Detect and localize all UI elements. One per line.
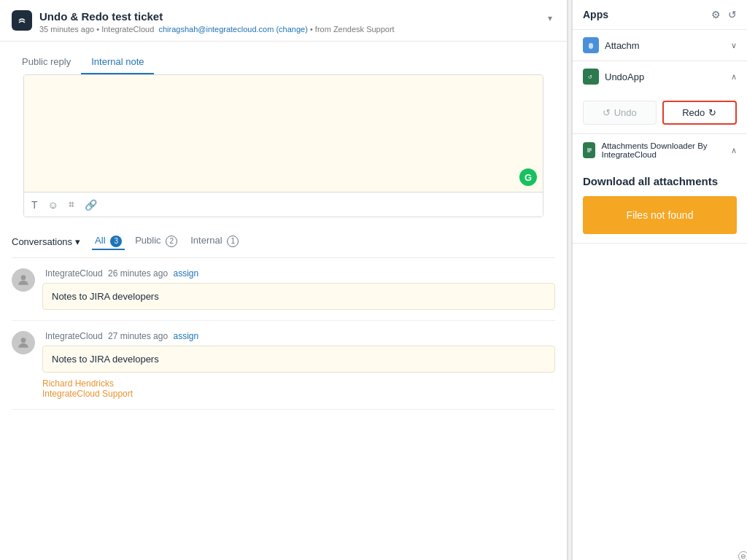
refresh-icon[interactable]: ↺ [728,9,737,20]
avatar [12,331,35,354]
conv-message: Notes to JIRA developers [42,283,555,310]
conversations-area: Conversations ▾ All 3 Public 2 Internal … [0,225,567,560]
conv-author: IntegrateCloud 26 minutes ago assign [42,268,555,279]
attach-section-header[interactable]: Attachm ∨ [573,30,747,61]
change-link[interactable]: (change) [276,25,307,34]
toolbar-link-icon[interactable]: 🔗 [85,199,97,211]
undo-app-icon: ↺ [583,69,599,85]
attach-app-icon [583,37,599,53]
svg-point-0 [16,15,28,26]
filter-public[interactable]: Public 2 [132,233,180,250]
editor-container: G T ☺ ⌗ 🔗 [23,74,543,217]
conversations-header: Conversations ▾ All 3 Public 2 Internal … [12,225,555,258]
public-badge: 2 [166,236,177,247]
ticket-meta: 35 minutes ago • IntegrateCloud chiragsh… [39,25,395,34]
conv-signature: Richard Hendricks IntegrateCloud Support [42,378,555,399]
reply-area: Public reply Internal note [0,42,567,74]
conv-message: Notes to JIRA developers [42,346,555,373]
toolbar-emoji-icon[interactable]: ☺ [48,199,58,211]
toolbar-attachment-icon[interactable]: ⌗ [69,198,74,211]
reply-tabs: Public reply Internal note [12,50,555,74]
email-link[interactable]: chiragshah@integratecloud.com [158,25,274,34]
undo-panel: ↺ ↺ Undo Undo Redo ↻ [573,92,747,133]
files-not-found-button[interactable]: Files not found [583,196,737,234]
conv-body: IntegrateCloud 26 minutes ago assign Not… [42,268,555,310]
undo-section-header[interactable]: ↺ UndoApp ∧ [573,61,747,92]
svg-point-1 [21,275,26,280]
conversation-item: ⊖ IntegrateCloud 26 minutes ago assign N… [12,258,555,321]
attachments-downloader-section: Attachments Downloader By IntegrateCloud… [573,134,747,244]
filter-internal[interactable]: Internal 1 [187,233,241,250]
attachments-downloader-icon [583,142,595,158]
filter-all[interactable]: All 3 [92,233,125,250]
right-sidebar: Apps ⚙ ↺ Attachm ∨ [572,0,747,560]
tab-public-reply[interactable]: Public reply [12,50,81,74]
tab-internal-note[interactable]: Internal note [81,50,154,74]
conversation-item: ⊖ IntegrateCloud 27 minutes ago assign N… [12,321,555,410]
svg-point-2 [21,338,26,343]
attach-downloader-panel: Download all attachments Files not found [573,166,747,243]
assign-link[interactable]: assign [173,268,198,279]
undo-button[interactable]: ↺ ↺ Undo Undo [583,101,657,125]
conv-body: IntegrateCloud 27 minutes ago assign Not… [42,331,555,399]
editor-body[interactable]: G [24,75,543,192]
redo-button[interactable]: Redo ↻ [662,101,738,125]
attach-chevron-icon: ∨ [731,41,737,50]
undo-chevron-icon: ∧ [731,72,737,82]
assign-link[interactable]: assign [173,331,198,341]
attachments-downloader-header[interactable]: Attachments Downloader By IntegrateCloud… [573,134,747,166]
apps-header: Apps ⚙ ↺ [573,0,747,30]
editor-toolbar: T ☺ ⌗ 🔗 [24,192,543,217]
grammarly-icon: G [519,168,537,186]
conversations-dropdown[interactable]: Conversations ▾ [12,236,80,247]
all-badge: 3 [110,236,122,247]
ticket-header: Undo & Redo test ticket 35 minutes ago •… [0,0,567,42]
undo-app-name: UndoApp [605,71,644,82]
avatar [12,268,35,292]
dropdown-chevron-icon: ▾ [75,236,80,247]
ticket-title: Undo & Redo test ticket [39,10,395,23]
attach-app-name: Attachm [605,40,640,51]
internal-badge: 1 [227,236,239,247]
ticket-chevron-icon[interactable]: ▾ [545,10,555,26]
ticket-logo [12,10,32,31]
attach-panel-title: Download all attachments [583,175,737,187]
attachments-downloader-name: Attachments Downloader By IntegrateCloud [601,141,731,159]
conv-author: IntegrateCloud 27 minutes ago assign [42,331,555,341]
svg-text:↺: ↺ [588,74,592,79]
undo-buttons: ↺ ↺ Undo Undo Redo ↻ [583,101,737,125]
toolbar-text-icon[interactable]: T [31,199,38,211]
sig-org: IntegrateCloud Support [42,389,555,399]
settings-icon[interactable]: ⚙ [711,9,721,20]
apps-icons: ⚙ ↺ [711,9,737,20]
editor-wrapper: G T ☺ ⌗ 🔗 [0,74,567,225]
sig-name: Richard Hendricks [42,378,555,389]
apps-title: Apps [583,9,608,20]
attachments-downloader-chevron-icon: ∧ [731,146,737,155]
attach-app-section: Attachm ∨ [573,30,747,61]
undo-app-section: ↺ UndoApp ∧ ↺ ↺ Undo Undo Redo ↻ [573,61,747,134]
